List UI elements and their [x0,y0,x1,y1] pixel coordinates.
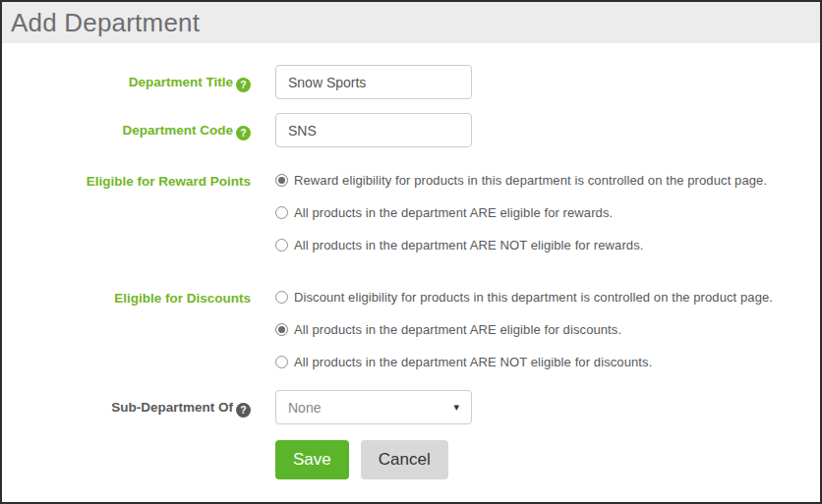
department-code-control [251,113,472,147]
sub-department-control: None ▾ [251,390,472,424]
discounts-options: Discount eligibility for products in thi… [251,288,773,371]
radio-label: Reward eligibility for products in this … [294,173,767,188]
department-title-label: Department Title [129,75,233,89]
radio-label: All products in the department ARE eligi… [294,205,613,220]
radio-button[interactable] [275,323,288,336]
radio-label: All products in the department ARE NOT e… [294,355,652,369]
help-icon[interactable]: ? [236,78,251,92]
radio-button[interactable] [275,239,288,252]
radio-button[interactable] [275,291,288,304]
page-header: Add Department [2,2,820,43]
department-title-label-col: Department Title? [2,72,251,92]
form-row-department-title: Department Title? [2,65,820,99]
radio-button[interactable] [275,206,288,219]
discounts-label: Eligible for Discounts [114,291,251,306]
add-department-page: Add Department Department Title? Departm… [0,0,822,504]
reward-points-label-col: Eligible for Reward Points [2,171,251,191]
reward-points-label: Eligible for Reward Points [87,174,251,189]
form-row-reward-points: Eligible for Reward Points Reward eligib… [2,171,820,254]
discount-option-none-eligible[interactable]: All products in the department ARE NOT e… [275,353,773,371]
department-title-input[interactable] [275,65,472,99]
radio-label: All products in the department ARE NOT e… [294,238,643,252]
reward-option-controlled[interactable]: Reward eligibility for products in this … [275,171,767,190]
department-form: Department Title? Department Code? Eligi… [2,43,820,479]
sub-department-select[interactable]: None ▾ [275,390,472,424]
radio-label: All products in the department ARE eligi… [294,322,621,337]
sub-department-selected-value: None [288,400,453,416]
radio-button[interactable] [275,174,288,187]
help-icon[interactable]: ? [236,403,251,418]
form-row-discounts: Eligible for Discounts Discount eligibil… [2,288,820,371]
form-buttons: Save Cancel [275,440,820,479]
form-row-department-code: Department Code? [2,113,820,147]
page-title: Add Department [11,8,200,38]
department-code-label-col: Department Code? [2,120,251,140]
department-code-label: Department Code [122,123,233,138]
help-icon[interactable]: ? [236,126,251,140]
discount-option-controlled[interactable]: Discount eligibility for products in thi… [275,288,773,307]
caret-down-icon: ▾ [453,401,459,414]
sub-department-label-col: Sub-Department Of? [2,397,251,418]
department-code-input[interactable] [275,113,472,147]
discounts-label-col: Eligible for Discounts [2,288,251,308]
reward-points-options: Reward eligibility for products in this … [251,171,767,254]
form-row-sub-department: Sub-Department Of? None ▾ [2,390,820,424]
discount-option-all-eligible[interactable]: All products in the department ARE eligi… [275,320,773,339]
reward-option-none-eligible[interactable]: All products in the department ARE NOT e… [275,236,767,254]
radio-button[interactable] [275,356,288,368]
sub-department-label: Sub-Department Of [111,400,233,415]
save-button[interactable]: Save [275,440,349,479]
reward-option-all-eligible[interactable]: All products in the department ARE eligi… [275,203,767,222]
cancel-button[interactable]: Cancel [361,440,448,479]
department-title-control [251,65,472,99]
radio-label: Discount eligibility for products in thi… [294,290,773,305]
